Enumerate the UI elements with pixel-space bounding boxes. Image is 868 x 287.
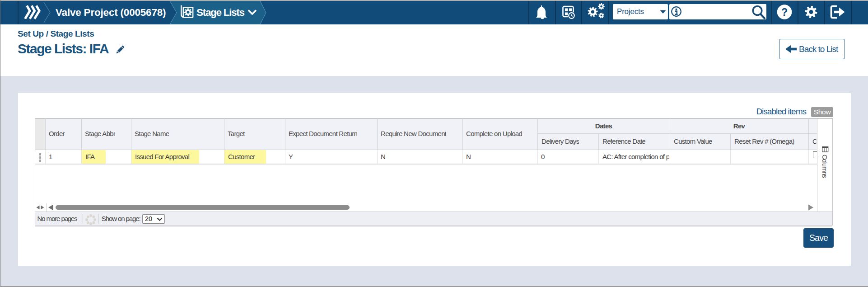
svg-text:?: ? [781,6,788,18]
